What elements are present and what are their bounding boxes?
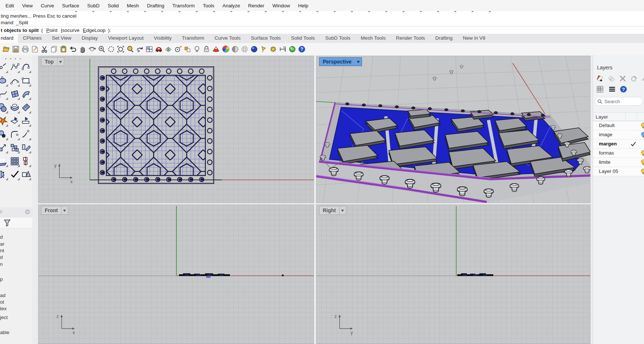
menu-item-view[interactable]: View bbox=[18, 3, 37, 8]
viewport-perspective-label[interactable]: Perspective bbox=[319, 57, 362, 66]
print-icon[interactable] bbox=[21, 44, 30, 54]
viewport-menu-arrow-icon[interactable] bbox=[57, 58, 64, 66]
menu-item-tools[interactable]: Tools bbox=[199, 3, 219, 8]
color-wheel-icon[interactable] bbox=[221, 44, 230, 54]
options-gear-icon[interactable] bbox=[269, 44, 278, 54]
light-icon[interactable] bbox=[193, 44, 201, 54]
new-layer-icon[interactable] bbox=[596, 75, 604, 83]
tab-viewport-layout[interactable]: Viewport Layout bbox=[103, 34, 149, 43]
layer-on-bulb-icon[interactable] bbox=[641, 150, 644, 156]
lock-icon[interactable] bbox=[202, 44, 211, 54]
search-input[interactable] bbox=[604, 98, 639, 105]
osnap-item[interactable]: d bbox=[0, 254, 3, 260]
pan-hand-icon[interactable] bbox=[78, 44, 87, 54]
prompt-option-isocurve[interactable]: Isocurve bbox=[61, 28, 80, 33]
zoom-window-icon[interactable] bbox=[107, 44, 116, 54]
undo-icon[interactable] bbox=[69, 44, 77, 54]
osnap-item[interactable]: nt bbox=[0, 248, 4, 253]
osnap-item[interactable]: d bbox=[0, 234, 3, 240]
tool-single-point-icon[interactable] bbox=[0, 62, 8, 73]
tool-control-point-curve-icon[interactable] bbox=[21, 62, 32, 73]
menu-item-window[interactable]: Window bbox=[268, 3, 294, 8]
layer-row[interactable]: Layer 05 bbox=[593, 167, 644, 176]
tab-render-tools[interactable]: Render Tools bbox=[391, 34, 430, 43]
tab-transform[interactable]: Transform bbox=[177, 34, 209, 43]
menu-item-drafting[interactable]: Drafting bbox=[143, 3, 168, 8]
menu-item-mesh[interactable]: Mesh bbox=[123, 3, 143, 8]
copy-icon[interactable] bbox=[50, 44, 58, 54]
dimension-icon[interactable] bbox=[278, 44, 287, 54]
tool-fillet-curves-icon[interactable] bbox=[10, 130, 20, 141]
duplicate-layer-icon[interactable] bbox=[630, 75, 638, 83]
tool-freeform-curve-icon[interactable] bbox=[0, 89, 8, 100]
viewport-right[interactable]: Right z y bbox=[316, 204, 590, 344]
osnap-item[interactable]: n bbox=[0, 261, 3, 267]
tool-walk-about-icon[interactable] bbox=[0, 170, 8, 181]
tool-ellipse-icon[interactable] bbox=[0, 76, 8, 87]
tab-drafting[interactable]: Drafting bbox=[430, 34, 458, 43]
tool-trim-icon[interactable] bbox=[10, 116, 20, 127]
tool-explode-icon[interactable] bbox=[0, 116, 8, 127]
menu-item-surface[interactable]: Surface bbox=[58, 3, 83, 8]
cplane-center-icon[interactable] bbox=[173, 44, 182, 54]
save-icon[interactable] bbox=[11, 44, 20, 54]
tool-extrude-icon[interactable] bbox=[0, 156, 8, 167]
menu-item-solid[interactable]: Solid bbox=[104, 3, 123, 8]
rendered-viewport-icon[interactable] bbox=[250, 44, 259, 54]
collapse-icon[interactable] bbox=[641, 75, 644, 83]
tab-visibility[interactable]: Visibility bbox=[149, 34, 177, 43]
layer-row[interactable]: image bbox=[593, 130, 644, 140]
layer-row[interactable]: limite bbox=[593, 158, 644, 167]
cut-icon[interactable] bbox=[40, 44, 49, 54]
tool-curve-through-points-icon[interactable] bbox=[10, 62, 20, 73]
osnap-item[interactable]: ot bbox=[0, 299, 4, 305]
named-views-car-icon[interactable] bbox=[154, 44, 163, 54]
layer-on-bulb-icon[interactable] bbox=[641, 159, 644, 166]
render-flag-icon[interactable] bbox=[259, 44, 268, 54]
viewport-menu-arrow-icon[interactable] bbox=[339, 206, 346, 214]
osnap-item[interactable]: ject bbox=[0, 315, 8, 320]
tab-new-in-v8[interactable]: New in V8 bbox=[458, 34, 491, 43]
tool-arc-icon[interactable] bbox=[10, 76, 20, 87]
layer-search-box[interactable] bbox=[594, 97, 643, 106]
tool-surface-network-icon[interactable] bbox=[10, 89, 20, 100]
earth-render-icon[interactable] bbox=[288, 44, 297, 54]
tool-move-icon[interactable] bbox=[0, 143, 8, 154]
undo-view-icon[interactable] bbox=[135, 44, 144, 54]
open-icon[interactable] bbox=[2, 44, 11, 54]
viewport-top-label[interactable]: Top bbox=[41, 57, 64, 66]
menu-item-transform[interactable]: Transform bbox=[168, 3, 199, 8]
layer-row-current[interactable]: margen bbox=[593, 140, 644, 149]
tool-boolean-union-icon[interactable] bbox=[21, 170, 32, 181]
shaded-viewport-icon[interactable] bbox=[231, 44, 239, 54]
tool-check-objects-icon[interactable] bbox=[10, 170, 20, 181]
new-sketch-icon[interactable] bbox=[30, 44, 39, 54]
osnap-item[interactable]: p bbox=[0, 276, 3, 282]
ghosted-viewport-icon[interactable] bbox=[240, 44, 249, 54]
help-icon[interactable]: ? bbox=[297, 44, 306, 54]
menu-item-analyze[interactable]: Analyze bbox=[218, 3, 244, 8]
viewport-menu-arrow-icon[interactable] bbox=[61, 206, 68, 214]
zoom-extents-icon[interactable] bbox=[116, 44, 125, 54]
layer-row[interactable]: formas bbox=[593, 149, 644, 158]
zoom-dynamic-icon[interactable] bbox=[97, 44, 106, 54]
menu-item-render[interactable]: Render bbox=[244, 3, 268, 8]
rotate-view-icon[interactable] bbox=[88, 44, 96, 54]
zoom-selected-icon[interactable] bbox=[126, 44, 135, 54]
new-sublayer-icon[interactable] bbox=[607, 75, 615, 83]
prompt-option-point[interactable]: Point bbox=[46, 28, 58, 33]
selection-filter-row[interactable] bbox=[0, 217, 32, 229]
viewport-front[interactable]: Front z x bbox=[38, 204, 314, 344]
tab-mesh-tools[interactable]: Mesh Tools bbox=[355, 34, 391, 43]
paste-icon[interactable] bbox=[59, 44, 68, 54]
filter-funnel-icon[interactable] bbox=[3, 218, 12, 227]
prompt-option-edgeloop[interactable]: EdgeLoop bbox=[83, 28, 106, 33]
viewport-layout-icon[interactable] bbox=[145, 44, 154, 54]
panel-menu-icon[interactable] bbox=[608, 85, 616, 93]
tab-surface-tools[interactable]: Surface Tools bbox=[246, 34, 286, 43]
viewport-perspective[interactable]: y x Perspective bbox=[316, 56, 590, 203]
tab-subd-tools[interactable]: SubD Tools bbox=[320, 34, 356, 43]
osnap-item[interactable]: able bbox=[0, 330, 10, 335]
tool-block-section-icon[interactable] bbox=[21, 156, 32, 167]
tool-drape-surface-icon[interactable] bbox=[21, 103, 32, 114]
